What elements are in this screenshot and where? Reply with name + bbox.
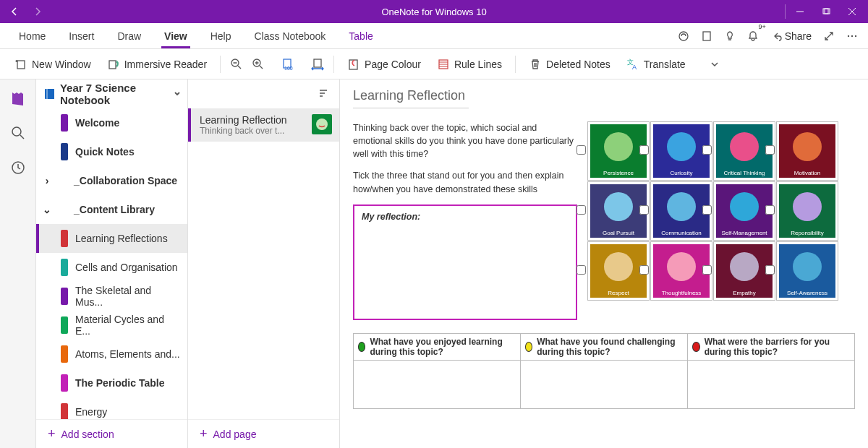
svg-rect-7	[17, 61, 25, 69]
skill-checkbox[interactable]	[765, 205, 775, 215]
more-icon[interactable]	[841, 25, 864, 48]
tab-draw[interactable]: Draw	[106, 23, 153, 48]
skill-checkbox[interactable]	[639, 205, 649, 215]
sections-panel: Year 7 Science Notebook WelcomeQuick Not…	[36, 79, 188, 448]
new-window-button[interactable]: New Window	[7, 55, 98, 74]
svg-rect-8	[109, 61, 116, 69]
intro-para-2[interactable]: Tick the three that stand out for you an…	[353, 169, 577, 195]
svg-point-18	[12, 127, 21, 136]
page-colour-button[interactable]: Page Colour	[340, 55, 428, 74]
immersive-reader-button[interactable]: Immersive Reader	[100, 55, 214, 74]
section-welcome[interactable]: Welcome	[36, 108, 187, 137]
titlebar: OneNote for Windows 10	[0, 0, 868, 23]
tab-class-notebook[interactable]: Class Notebook	[243, 23, 338, 48]
skill-checkbox[interactable]	[576, 205, 586, 215]
svg-rect-3	[703, 32, 710, 40]
pages-panel: Learning ReflectionThinking back over t.…	[188, 79, 340, 448]
notifications-badge: 9+	[758, 23, 765, 30]
translate-button[interactable]: 文ATranslate	[619, 55, 693, 74]
page-title[interactable]: Learning Reflection	[353, 87, 469, 108]
deleted-notes-button[interactable]: Deleted Notes	[522, 55, 618, 74]
svg-rect-1	[825, 9, 830, 14]
tab-table[interactable]: Table	[337, 23, 384, 48]
svg-point-2	[679, 32, 688, 40]
intro-para-1[interactable]: Thinking back over the topic, which soci…	[353, 121, 577, 160]
svg-point-4	[848, 35, 849, 36]
tab-home[interactable]: Home	[7, 23, 57, 48]
svg-rect-0	[823, 9, 828, 14]
sort-pages-icon[interactable]	[318, 87, 329, 101]
rule-lines-button[interactable]: Rule Lines	[430, 55, 509, 74]
svg-point-22	[316, 119, 328, 130]
section-material-cycles-and-e-[interactable]: Material Cycles and E...	[36, 311, 187, 340]
skill-motivation: Motivation	[776, 121, 838, 181]
section-the-skeletal-and-mus-[interactable]: The Skeletal and Mus...	[36, 282, 187, 311]
app-title: OneNote for Windows 10	[381, 7, 486, 17]
skill-checkbox[interactable]	[765, 265, 775, 275]
page-item[interactable]: Learning ReflectionThinking back over t.…	[188, 108, 339, 142]
section--collaboration-space[interactable]: ›_Collaboration Space	[36, 166, 187, 195]
ideas-icon[interactable]	[718, 25, 741, 48]
reflection-table[interactable]: What have you enjoyed learning during th…	[353, 333, 855, 409]
svg-rect-13	[314, 59, 321, 67]
skill-reponsibility: Reponsibility	[776, 181, 838, 241]
add-section-button[interactable]: +Add section	[36, 419, 187, 448]
svg-rect-21	[46, 89, 48, 99]
tab-insert[interactable]: Insert	[57, 23, 106, 48]
skill-checkbox[interactable]	[765, 145, 775, 155]
section-atoms-elements-and-[interactable]: Atoms, Elements and...	[36, 340, 187, 369]
reflection-box[interactable]: My reflection:	[353, 204, 577, 320]
svg-text:100: 100	[284, 66, 293, 71]
left-rail	[0, 79, 36, 448]
skill-checkbox[interactable]	[702, 145, 712, 155]
recent-icon[interactable]	[5, 155, 31, 181]
notebooks-icon[interactable]	[5, 85, 31, 111]
fullpage-icon[interactable]	[817, 25, 841, 48]
skill-checkbox[interactable]	[576, 145, 586, 155]
skill-checkbox[interactable]	[576, 265, 586, 275]
svg-rect-20	[45, 89, 54, 99]
page-width-icon[interactable]	[307, 54, 328, 74]
skill-checkbox[interactable]	[639, 265, 649, 275]
page-content[interactable]: Learning Reflection Thinking back over t…	[340, 79, 868, 448]
share-button[interactable]: Share	[765, 30, 817, 42]
reflection-column[interactable]: What were the barriers for you during th…	[688, 334, 854, 408]
svg-point-6	[855, 35, 856, 36]
skill-self-awareness: Self-Awareness	[776, 241, 838, 301]
zoom-100-icon[interactable]: 100	[278, 54, 299, 74]
skill-checkbox[interactable]	[639, 145, 649, 155]
minimize-button[interactable]	[787, 0, 813, 23]
close-button[interactable]	[839, 0, 865, 23]
notebook-name: Year 7 Science Notebook	[60, 82, 167, 106]
page-view-icon[interactable]	[695, 25, 718, 48]
section-the-periodic-table[interactable]: The Periodic Table	[36, 369, 187, 397]
svg-point-5	[851, 35, 853, 36]
section--content-library[interactable]: ⌄_Content Library	[36, 195, 187, 224]
notebook-selector[interactable]: Year 7 Science Notebook	[36, 79, 187, 108]
tab-help[interactable]: Help	[199, 23, 243, 48]
skill-checkbox[interactable]	[702, 265, 712, 275]
maximize-button[interactable]	[813, 0, 839, 23]
reflection-column[interactable]: What have you enjoyed learning during th…	[354, 334, 521, 408]
zoom-in-icon[interactable]	[248, 54, 268, 74]
main-tabs: HomeInsertDrawViewHelpClass NotebookTabl…	[0, 23, 868, 49]
add-page-button[interactable]: +Add page	[188, 419, 339, 448]
tab-view[interactable]: View	[153, 23, 199, 48]
sync-icon[interactable]	[672, 25, 695, 48]
forward-button[interactable]	[26, 0, 49, 23]
skill-checkbox[interactable]	[702, 205, 712, 215]
search-icon[interactable]	[5, 120, 31, 146]
skills-grid: PersistenceCuriosityCritical ThinkingMot…	[587, 121, 838, 320]
back-button[interactable]	[3, 0, 26, 23]
section-energy[interactable]: Energy	[36, 397, 187, 419]
svg-text:A: A	[632, 64, 637, 71]
section-quick-notes[interactable]: Quick Notes	[36, 137, 187, 166]
ribbon-collapse-icon[interactable]	[705, 54, 725, 74]
reflection-label: My reflection:	[362, 212, 569, 222]
notifications-icon[interactable]: 9+	[741, 25, 765, 48]
share-label: Share	[785, 30, 812, 42]
section-learning-reflections[interactable]: Learning Reflections	[36, 224, 187, 253]
section-cells-and-organisation[interactable]: Cells and Organisation	[36, 253, 187, 282]
zoom-out-icon[interactable]	[226, 54, 247, 74]
reflection-column[interactable]: What have you found challenging during t…	[521, 334, 688, 408]
